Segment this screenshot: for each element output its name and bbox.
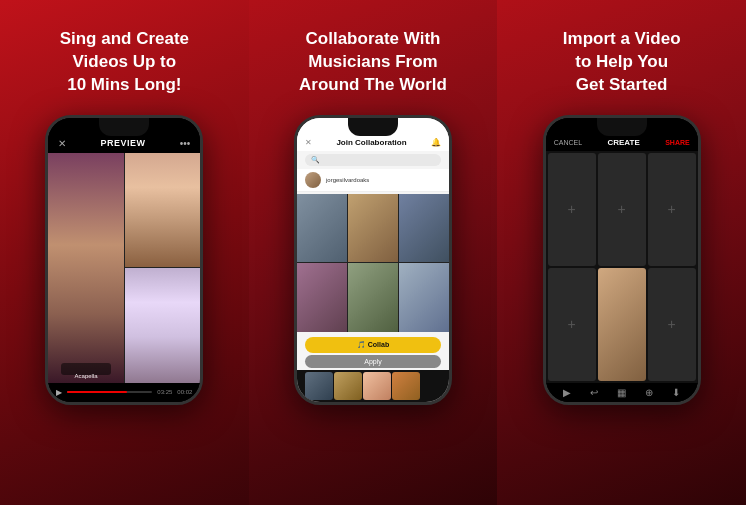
collab-cell-5 — [348, 263, 398, 332]
panel-right: Import a Videoto Help YouGet Started CAN… — [497, 0, 746, 505]
forward-icon: ↩ — [590, 387, 598, 398]
collab-cell-2 — [348, 194, 398, 263]
create-label: CREATE — [607, 138, 639, 147]
right-title: Import a Videoto Help YouGet Started — [563, 28, 681, 97]
collab-cell-3 — [399, 194, 449, 263]
video-face-3 — [125, 268, 201, 383]
panel-left: Sing and CreateVideos Up to10 Mins Long!… — [0, 0, 249, 505]
preview-title: PREVIEW — [101, 138, 146, 148]
phone-footer-left: ▶ 03:25 00:02 — [48, 383, 200, 402]
share-label[interactable]: SHARE — [665, 139, 690, 146]
close-icon-2: ✕ — [305, 138, 312, 147]
left-title: Sing and CreateVideos Up to10 Mins Long! — [60, 28, 189, 97]
phone-middle: ✕ Join Collaboration 🔔 🔍 jorgesilvardoak… — [294, 115, 452, 405]
create-grid: + + + + + — [546, 151, 698, 383]
username: jorgesilvardoaks — [326, 177, 369, 183]
create-cell-4[interactable]: + — [548, 268, 596, 381]
thumb-3 — [363, 372, 391, 400]
user-row: jorgesilvardoaks — [297, 169, 449, 192]
phone-screen-right: CANCEL CREATE SHARE + + + + + ▶ ↩ ▦ ⊕ ⬇ — [546, 118, 698, 402]
search-bar[interactable]: 🔍 — [305, 154, 441, 166]
thumb-1 — [305, 372, 333, 400]
user-avatar — [305, 172, 321, 188]
phone-screen-left: ✕ PREVIEW ••• Acapella ▶ — [48, 118, 200, 402]
create-cell-3[interactable]: + — [648, 153, 696, 266]
video-cell-3 — [125, 268, 201, 383]
create-cell-6[interactable]: + — [648, 268, 696, 381]
create-cell-2[interactable]: + — [598, 153, 646, 266]
cancel-label[interactable]: CANCEL — [554, 139, 582, 146]
video-face-2 — [125, 153, 201, 268]
play-footer-icon: ▶ — [563, 387, 571, 398]
effects-icon: ⊕ — [645, 387, 653, 398]
apply-button[interactable]: Apply — [305, 355, 441, 368]
phone-footer-right: ▶ ↩ ▦ ⊕ ⬇ — [546, 383, 698, 402]
close-icon: ✕ — [58, 138, 66, 149]
time-start: 03:25 — [157, 389, 172, 395]
download-icon: ⬇ — [672, 387, 680, 398]
video-cell-1: Acapella — [48, 153, 124, 383]
phone-header-left: ✕ PREVIEW ••• — [48, 118, 200, 153]
collab-button[interactable]: 🎵 Collab — [305, 337, 441, 353]
more-icon: ••• — [180, 138, 191, 149]
time-end: 00:02 — [177, 389, 192, 395]
panel-middle: Collaborate WithMusicians FromAround The… — [249, 0, 498, 505]
collab-cell-4 — [297, 263, 347, 332]
progress-bar[interactable] — [67, 391, 152, 393]
thumb-2 — [334, 372, 362, 400]
video-face-1 — [48, 153, 124, 383]
middle-title: Collaborate WithMusicians FromAround The… — [299, 28, 447, 97]
thumb-4 — [392, 372, 420, 400]
video-grid: Acapella — [48, 153, 200, 383]
phone-right: CANCEL CREATE SHARE + + + + + ▶ ↩ ▦ ⊕ ⬇ — [543, 115, 701, 405]
video-cell-2 — [125, 153, 201, 268]
collab-cell-6 — [399, 263, 449, 332]
collab-cell-1 — [297, 194, 347, 263]
video-label: Acapella — [75, 373, 98, 379]
play-icon[interactable]: ▶ — [56, 388, 62, 397]
bottom-thumbnails — [297, 370, 449, 402]
phone-header-right: CANCEL CREATE SHARE — [546, 118, 698, 151]
phone-screen-middle: ✕ Join Collaboration 🔔 🔍 jorgesilvardoak… — [297, 118, 449, 402]
create-cell-video — [598, 268, 646, 381]
phone-left: ✕ PREVIEW ••• Acapella ▶ — [45, 115, 203, 405]
collab-grid — [297, 194, 449, 332]
bell-icon: 🔔 — [431, 138, 441, 147]
phone-header-middle: ✕ Join Collaboration 🔔 — [297, 118, 449, 151]
progress-fill — [67, 391, 126, 393]
grid-icon: ▦ — [617, 387, 626, 398]
create-cell-1[interactable]: + — [548, 153, 596, 266]
join-collab-title: Join Collaboration — [336, 138, 406, 147]
